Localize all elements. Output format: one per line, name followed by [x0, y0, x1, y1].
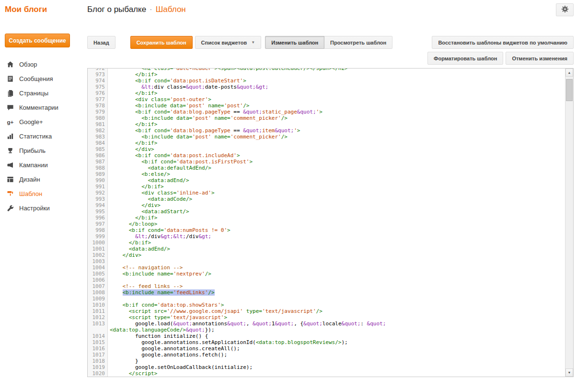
sidebar-item-posts[interactable]: Сообщения [0, 71, 82, 86]
scroll-up-button[interactable]: ▲ [565, 69, 573, 77]
code-line-text: <script src='//www.google.com/jsapi' typ… [108, 308, 323, 314]
sidebar-item-earnings[interactable]: Прибыль [0, 143, 82, 158]
code-line[interactable]: 975 &lt;div class=&quot;date-posts&quot;… [88, 84, 565, 90]
restore-widget-templates-button[interactable]: Восстановить шаблоны виджетов по умолчан… [432, 36, 574, 49]
code-line[interactable]: 973 </b:if> [88, 71, 565, 78]
code-line[interactable]: 994 </div> [88, 202, 565, 208]
code-line[interactable]: 996 </b:if> [88, 215, 565, 221]
code-line-text: <data:adStart/> [108, 208, 189, 215]
line-number: 998 [88, 227, 108, 233]
code-line[interactable]: 1018 } [88, 358, 565, 364]
code-line[interactable]: 999 &lt;/div&gt;&lt;/div&gt; [88, 233, 565, 240]
preview-template-button[interactable]: Просмотреть шаблон [324, 36, 392, 49]
vertical-scrollbar[interactable]: ▲ ▼ [565, 69, 573, 377]
code-line[interactable]: 1005 <b:include name='nextprev'/> [88, 271, 565, 277]
line-number: 1005 [88, 271, 108, 277]
code-line[interactable]: 1016 google.annotations.createAll(); [88, 345, 565, 352]
sidebar-item-layout[interactable]: Дизайн [0, 172, 82, 186]
code-line[interactable]: 1015 google.annotations.setApplicationId… [88, 339, 565, 345]
code-line[interactable]: 1014 function initialize() { [88, 333, 565, 339]
code-line[interactable]: 1001 <data:adEnd/> [88, 246, 565, 252]
back-button[interactable]: Назад [87, 36, 115, 49]
my-blogs-link[interactable]: Мои блоги [5, 5, 47, 14]
code-line[interactable]: 1002 </div> [88, 252, 565, 258]
template-code-editor[interactable]: 972 <h2 class='date-header'><span><data:… [87, 68, 574, 377]
sidebar-item-pages[interactable]: Страницы [0, 86, 82, 100]
code-line[interactable]: 987 <b:if cond='data:post.isFirstPost'> [88, 159, 565, 165]
format-template-button[interactable]: Форматировать шаблон [427, 52, 503, 65]
code-line[interactable]: <data:top.languageCode/>&quot;}); [88, 327, 565, 333]
code-line[interactable]: 988 <data:defaultAdEnd/> [88, 165, 565, 171]
code-line[interactable]: 989 <b:else/> [88, 171, 565, 177]
save-template-button[interactable]: Сохранить шаблон [130, 36, 193, 49]
code-line[interactable]: 972 <h2 class='date-header'><span><data:… [88, 68, 565, 71]
sidebar-item-campaigns[interactable]: Кампании [0, 158, 82, 172]
svg-text:g+: g+ [7, 118, 13, 125]
code-line[interactable]: 974 <b:if cond='data:post.isDateStart'> [88, 78, 565, 84]
code-line-text: </b:if> [108, 140, 157, 146]
code-line[interactable]: 981 </b:if> [88, 121, 565, 127]
code-line[interactable]: 986 <b:if cond='data:post.includeAd'> [88, 152, 565, 159]
sidebar-item-comments[interactable]: Комментарии [0, 100, 82, 115]
line-number: 977 [88, 96, 108, 103]
code-line[interactable]: 978 <b:include data='post' name='post'/> [88, 103, 565, 109]
code-line[interactable]: 985 </div> [88, 146, 565, 152]
code-line[interactable]: 998 <b:if cond='data:numPosts != 0'> [88, 227, 565, 233]
code-line[interactable]: 983 <b:include data='post' name='comment… [88, 134, 565, 140]
code-line[interactable]: 1006 [88, 277, 565, 283]
code-line-text [108, 296, 110, 302]
code-line[interactable]: 997 </b:loop> [88, 221, 565, 227]
code-area[interactable]: 972 <h2 class='date-header'><span><data:… [88, 68, 565, 377]
code-line[interactable]: 1004 <!-- navigation --> [88, 264, 565, 271]
code-line[interactable]: 1013 google.load(&quot;annotations&quot;… [88, 321, 565, 327]
stats-icon [7, 133, 14, 140]
code-line[interactable]: 984 </b:if> [88, 140, 565, 146]
code-line[interactable]: 976 </b:if> [88, 90, 565, 96]
code-line[interactable]: 1000 </b:if> [88, 240, 565, 246]
sidebar-item-template[interactable]: Шаблон [0, 186, 82, 201]
code-line[interactable]: 977 <div class='post-outer'> [88, 96, 565, 103]
code-line[interactable]: 1017 google.annotations.fetch(); [88, 352, 565, 358]
scroll-down-button[interactable]: ▼ [565, 368, 573, 377]
code-line[interactable]: 980 <b:include data='post' name='comment… [88, 115, 565, 121]
code-line[interactable]: 995 <data:adStart/> [88, 208, 565, 215]
line-number: 1008 [88, 289, 108, 296]
code-line[interactable]: 979 <b:if cond='data:blog.pageType == &q… [88, 109, 565, 115]
sidebar-item-label: Обзор [19, 61, 37, 68]
code-line[interactable]: 1003 [88, 258, 565, 264]
code-line[interactable]: 1009 [88, 296, 565, 302]
code-line-text: </b:if> [108, 90, 157, 96]
line-number: 1003 [88, 258, 108, 264]
line-number: 1011 [88, 308, 108, 314]
code-line[interactable]: 992 <div class='inline-ad'> [88, 190, 565, 196]
code-line[interactable]: 1010 <b:if cond='data:top.showStars'> [88, 302, 565, 308]
code-line-text: <h2 class='date-header'><span><data:post… [108, 68, 348, 71]
code-line[interactable]: 991 </b:if> [88, 184, 565, 190]
code-line[interactable]: 1007 <!-- feed links --> [88, 283, 565, 289]
selected-code: <b:include name='feedLinks'/> [123, 289, 215, 296]
sidebar-item-overview[interactable]: Обзор [0, 57, 82, 71]
settings-gear-button[interactable] [556, 3, 574, 16]
code-line-text: <b:if cond='data:post.includeAd'> [108, 152, 240, 159]
section-title: Шаблон [156, 5, 186, 14]
code-line[interactable]: 1012 <script type='text/javascript'> [88, 314, 565, 321]
line-number: 1014 [88, 333, 108, 339]
code-line-text: google.setOnLoadCallback(initialize); [108, 364, 253, 370]
code-line[interactable]: 1019 google.setOnLoadCallback(initialize… [88, 364, 565, 370]
code-line[interactable]: 1020 </script> [88, 370, 565, 377]
sidebar-item-googleplus[interactable]: g+Google+ [0, 115, 82, 129]
code-line[interactable]: 990 <data:adEnd/> [88, 177, 565, 184]
line-number: 982 [88, 127, 108, 134]
scrollbar-thumb[interactable] [566, 79, 573, 101]
undo-changes-button[interactable]: Отменить изменения [506, 52, 574, 65]
code-line[interactable]: 993 <data:adCode/> [88, 196, 565, 202]
code-line[interactable]: 1011 <script src='//www.google.com/jsapi… [88, 308, 565, 314]
line-number: 1010 [88, 302, 108, 308]
code-line[interactable]: 1008 <b:include name='feedLinks'/> [88, 289, 565, 296]
sidebar-item-settings[interactable]: Настройки [0, 201, 82, 215]
code-line[interactable]: 982 <b:if cond='data:blog.pageType == &q… [88, 127, 565, 134]
edit-template-button[interactable]: Изменить шаблон [265, 36, 324, 49]
sidebar-item-stats[interactable]: Статистика [0, 129, 82, 143]
widget-list-dropdown[interactable]: Список виджетов ▼ [195, 36, 262, 49]
create-post-button[interactable]: Создать сообщение [5, 34, 70, 47]
